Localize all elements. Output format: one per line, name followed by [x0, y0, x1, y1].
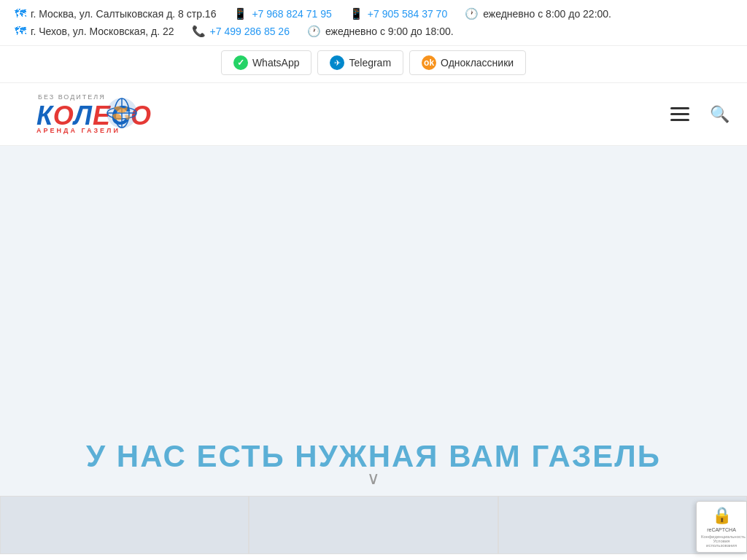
whatsapp-icon: ✓: [233, 55, 248, 70]
address-row-2: 🗺 г. Чехов, ул. Московская, д. 22 📞 +7 4…: [15, 25, 732, 38]
hamburger-menu-button[interactable]: [667, 104, 692, 124]
phone-icon-3: 📞: [192, 25, 206, 38]
social-bar: ✓ WhatsApp ✈ Telegram ok Одноклассники: [0, 46, 747, 83]
address-2-text: г. Чехов, ул. Московская, д. 22: [31, 26, 174, 37]
logo-wrapper[interactable]: БЕЗ ВОДИТЕЛЯ КОЛЕСО АРЕНДА ГАЗЕЛИ: [15, 90, 146, 138]
phone-1-link[interactable]: +7 968 824 71 95: [252, 8, 331, 20]
recaptcha-icon: 🔒: [701, 506, 742, 525]
telegram-icon: ✈: [330, 55, 344, 70]
phone-2-link[interactable]: +7 905 584 37 70: [368, 8, 447, 20]
top-bar: 🗺 г. Москва, ул. Салтыковская д. 8 стр.1…: [0, 0, 747, 46]
hamburger-line-3: [670, 119, 689, 121]
phone-icon-1: 📱: [233, 7, 247, 20]
phone-2-item[interactable]: 📱 +7 905 584 37 70: [349, 7, 447, 20]
recaptcha-badge: 🔒 reCAPTCHA Конфиденциальность Условия и…: [696, 501, 747, 553]
map-icon-1: 🗺: [15, 7, 26, 20]
logo-globe-icon: [107, 98, 137, 128]
carousel-down-arrow[interactable]: ∨: [367, 468, 380, 489]
logo-tagline: АРЕНДА ГАЗЕЛИ: [36, 127, 120, 134]
address-1: 🗺 г. Москва, ул. Салтыковская д. 8 стр.1…: [15, 7, 216, 20]
clock-icon-1: 🕐: [465, 7, 479, 20]
bottom-thumb-2[interactable]: [249, 496, 498, 554]
phone-3-item[interactable]: 📞 +7 499 286 85 26: [192, 25, 290, 38]
phone-icon-2: 📱: [349, 7, 363, 20]
telegram-label: Telegram: [349, 57, 391, 69]
whatsapp-label: WhatsApp: [252, 57, 300, 69]
hero-section: У НАС ЕСТЬ НУЖНАЯ ВАМ ГАЗЕЛЬ ∨: [0, 146, 747, 496]
ok-icon: ok: [422, 55, 436, 70]
phone-1-item[interactable]: 📱 +7 968 824 71 95: [233, 7, 331, 20]
search-icon: 🔍: [710, 105, 729, 123]
hamburger-line-2: [670, 113, 689, 115]
bottom-thumb-1[interactable]: [0, 496, 249, 554]
hours-2-text: ежедневно с 9:00 до 18:00.: [325, 26, 454, 37]
address-2: 🗺 г. Чехов, ул. Московская, д. 22: [15, 25, 174, 38]
hours-2-item: 🕐 ежедневно с 9:00 до 18:00.: [307, 25, 454, 38]
hours-1-text: ежедневно с 8:00 до 22:00.: [483, 8, 611, 20]
telegram-button[interactable]: ✈ Telegram: [317, 50, 403, 75]
ok-label: Одноклассники: [441, 57, 514, 69]
bottom-thumbnails-row: [0, 496, 747, 554]
recaptcha-terms-link[interactable]: Условия использования: [706, 539, 737, 548]
phone-3-link[interactable]: +7 499 286 85 26: [210, 26, 290, 37]
address-row-1: 🗺 г. Москва, ул. Салтыковская д. 8 стр.1…: [15, 7, 732, 20]
header: БЕЗ ВОДИТЕЛЯ КОЛЕСО АРЕНДА ГАЗЕЛИ: [0, 83, 747, 146]
recaptcha-label: reCAPTCHA: [701, 526, 742, 533]
odnoklassniki-button[interactable]: ok Одноклассники: [409, 50, 526, 75]
logo-subtitle: БЕЗ ВОДИТЕЛЯ: [38, 93, 106, 101]
whatsapp-button[interactable]: ✓ WhatsApp: [221, 50, 312, 75]
search-button[interactable]: 🔍: [707, 102, 732, 127]
map-icon-2: 🗺: [15, 25, 26, 38]
address-1-text: г. Москва, ул. Салтыковская д. 8 стр.16: [31, 8, 216, 20]
header-right: 🔍: [667, 102, 732, 127]
logo[interactable]: БЕЗ ВОДИТЕЛЯ КОЛЕСО АРЕНДА ГАЗЕЛИ: [15, 90, 146, 138]
hamburger-line-1: [670, 107, 689, 109]
recaptcha-links: Конфиденциальность Условия использования: [701, 534, 742, 548]
chevron-down-icon: ∨: [367, 468, 380, 488]
clock-icon-2: 🕐: [307, 25, 321, 38]
hours-1-item: 🕐 ежедневно с 8:00 до 22:00.: [465, 7, 611, 20]
